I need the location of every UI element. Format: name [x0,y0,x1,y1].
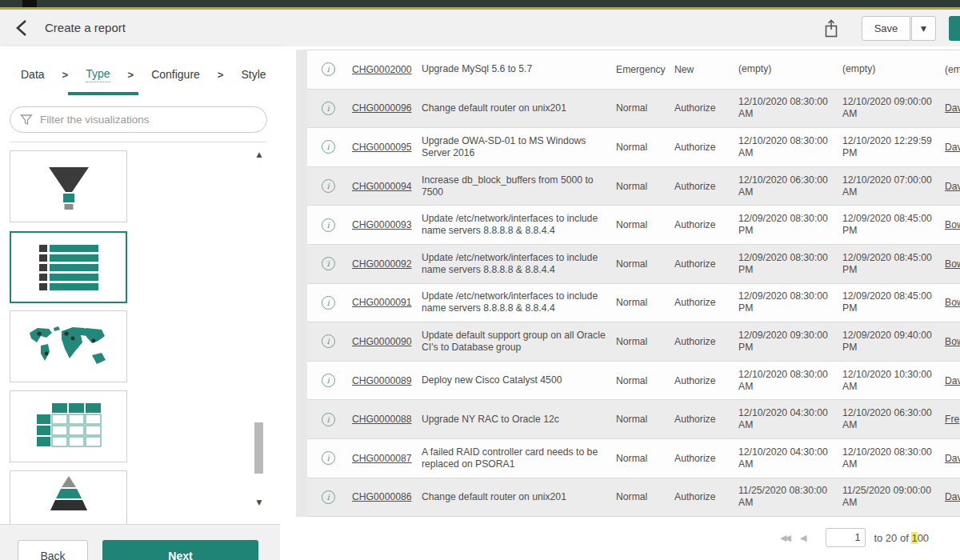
first-page-icon[interactable]: ◀◀ [780,533,789,543]
viz-thumbnail-table[interactable] [10,390,127,462]
assigned-to-link[interactable]: Dav [945,491,960,502]
short-description-cell: Upgrade NY RAC to Oracle 12c [418,414,613,426]
change-number-cell: CHG0000088 [349,414,418,425]
planned-end-cell: 12/10/2020 06:30:00AM [833,407,937,431]
assigned-to-cell: Bow [937,336,960,347]
viz-thumbnail-funnel[interactable] [10,150,127,222]
share-button[interactable] [822,18,843,40]
table-scrollbar-track[interactable] [296,50,307,517]
previous-page-icon[interactable]: ◀ [800,533,806,543]
assigned-to-link[interactable]: Dav [945,142,960,153]
planned-start-cell: 12/10/2020 08:30:00AM [729,369,833,393]
info-circle-icon[interactable]: i [322,334,335,348]
save-dropdown-button[interactable]: ▼ [911,16,936,41]
short-description-cell: Update /etc/network/interfaces to includ… [418,252,613,276]
change-number-cell: CHG0000087 [349,453,418,464]
change-number-cell: CHG0000086 [349,491,418,502]
change-number-link[interactable]: CHG0000090 [352,336,412,347]
info-circle-icon[interactable]: i [322,140,335,154]
assigned-to-link[interactable]: Dav [945,453,960,464]
step-configure[interactable]: Configure [151,68,200,81]
state-cell: Authorize [671,491,729,502]
change-number-link[interactable]: CHG0000091 [352,297,412,308]
panel-divider [10,142,266,142]
change-number-cell: CHG0000089 [349,375,418,386]
info-circle-icon[interactable]: i [322,179,335,193]
change-number-link[interactable]: CHG0000089 [352,375,412,386]
row-info-cell: i [307,374,349,387]
change-number-link[interactable]: CHG0000093 [352,219,412,230]
page-number-input[interactable] [826,528,866,547]
assigned-to-link[interactable]: Dav [945,375,960,386]
assigned-to-link[interactable]: Bow [945,297,960,308]
share-export-icon [822,18,843,39]
panel-scrollbar-thumb[interactable] [254,422,263,474]
back-arrow-button[interactable] [14,18,34,38]
assigned-to-cell: (empty) [937,64,960,75]
priority-cell: Normal [613,375,671,386]
planned-start-cell: 12/09/2020 08:30:00PM [729,213,833,237]
filter-placeholder: Filter the visualizations [40,114,150,126]
panel-scroll-up-icon[interactable]: ▲ [253,150,266,158]
info-circle-icon[interactable]: i [322,413,335,426]
viz-thumbnail-list[interactable] [10,231,127,303]
priority-cell: Normal [613,491,671,502]
planned-start-cell: 12/09/2020 09:30:00PM [729,330,833,354]
visualization-filter-input[interactable]: Filter the visualizations [10,106,267,133]
assigned-to-link[interactable]: Dav [945,181,960,192]
step-type[interactable]: Type [86,67,110,82]
next-button[interactable]: Next [102,540,258,560]
step-data[interactable]: Data [21,68,45,81]
change-number-link[interactable]: CHG0000094 [352,181,412,192]
assigned-to-cell: Dav [937,181,960,192]
info-circle-icon[interactable]: i [322,62,335,76]
funnel-chart-icon [44,162,94,210]
info-circle-icon[interactable]: i [322,451,335,465]
info-circle-icon[interactable]: i [322,102,335,115]
assigned-to-cell: Dav [937,375,960,386]
assigned-to-link[interactable]: Bow [945,336,960,347]
state-cell: Authorize [671,414,729,425]
table-row: iCHG0000090Update default support group … [307,322,960,362]
row-info-cell: i [307,218,349,232]
viz-thumbnail-map[interactable] [10,310,127,382]
wizard-steps: Data > Type > Configure > Style [21,46,266,102]
assigned-to-link[interactable]: Bow [945,219,960,230]
info-circle-icon[interactable]: i [322,490,335,504]
info-circle-icon[interactable]: i [322,257,335,270]
change-number-cell: CHG0000092 [349,258,418,270]
info-circle-icon[interactable]: i [322,296,335,310]
caret-down-icon: ▼ [921,25,926,33]
change-number-link[interactable]: CHG0002000 [352,64,412,75]
planned-end-cell: 12/10/2020 08:30:00AM [833,446,937,470]
short-description-cell: Increase db_block_buffers from 5000 to 7… [418,174,613,198]
table-row: iCHG0000091Update /etc/network/interface… [307,284,960,323]
short-description-cell: Change default router on unix201 [418,491,613,503]
edge-primary-button[interactable] [949,16,960,41]
priority-cell: Normal [613,219,671,230]
planned-start-cell: (empty) [729,63,833,75]
viz-thumbnail-pyramid[interactable] [10,470,127,524]
info-circle-icon[interactable]: i [322,218,335,232]
change-number-link[interactable]: CHG0000096 [352,102,412,114]
change-number-link[interactable]: CHG0000095 [352,142,412,153]
save-button[interactable]: Save [862,16,910,41]
short-description-cell: Upgrade MySql 5.6 to 5.7 [418,63,613,75]
assigned-to-link[interactable]: Dav [945,102,960,114]
change-number-link[interactable]: CHG0000087 [352,453,412,464]
step-style[interactable]: Style [241,68,266,81]
assigned-to-link[interactable]: Bow [945,258,960,270]
row-info-cell: i [307,490,349,504]
change-number-link[interactable]: CHG0000088 [352,414,412,425]
top-banner-notch [22,0,37,7]
panel-scroll-down-icon[interactable]: ▼ [253,498,266,506]
planned-start-cell: 12/10/2020 04:30:00AM [729,407,833,431]
change-number-link[interactable]: CHG0000092 [352,258,412,270]
report-type-panel: Data > Type > Configure > Style Filter t… [0,46,281,524]
records-table: iCHG0002000Upgrade MySql 5.6 to 5.7Emerg… [307,50,960,518]
assigned-to-link[interactable]: Fre [945,414,959,425]
back-button[interactable]: Back [18,540,88,560]
info-circle-icon[interactable]: i [322,374,335,387]
wizard-footer: Back Next [0,524,280,560]
change-number-link[interactable]: CHG0000086 [352,491,412,502]
